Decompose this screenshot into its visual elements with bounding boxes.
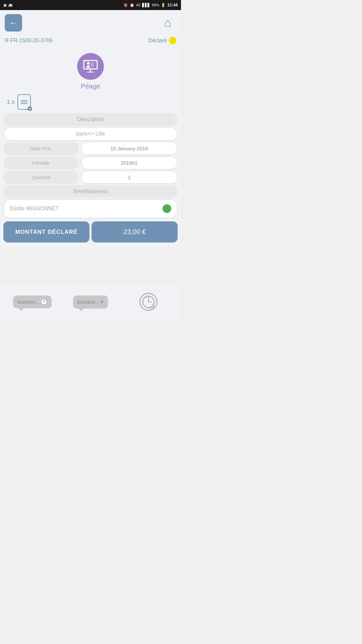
svg-rect-3: [86, 66, 90, 68]
date-pce-value: 10 January 2018: [110, 146, 148, 151]
beneficiaires-section-label: Bénéficiaire(s): [3, 185, 178, 198]
date-pce-label-box: Date Pce.: [3, 142, 79, 155]
quantity-row: 1 x ★: [3, 93, 178, 113]
quantite-row: Quantité 1: [3, 171, 178, 184]
clock-svg: [142, 295, 155, 309]
nav-blabla-existing[interactable]: Blablabla... 🕐: [12, 287, 53, 317]
receipt-line-3: [21, 103, 27, 104]
nav-history[interactable]: [128, 287, 169, 317]
plus-icon: +: [100, 298, 104, 306]
status-bar-left: ▣ 🚐: [3, 3, 122, 7]
beneficiaire-name: Elodie MIGNONNET: [10, 206, 59, 212]
receipt-badge-icon: ★: [29, 107, 31, 110]
speech-bubble-1: Blablabla... 🕐: [13, 296, 51, 308]
amount-label: MONTANT DÉCLARÉ: [15, 229, 78, 235]
category-name: Péage: [81, 83, 100, 90]
date-pce-label: Date Pce.: [30, 146, 52, 151]
clock-small-icon-1: 🕐: [40, 298, 48, 306]
periode-label: Période: [33, 160, 50, 166]
description-field[interactable]: paris<> Lille: [3, 127, 178, 141]
beneficiaire-status-dot: [163, 204, 171, 213]
periode-row: Période 201801: [3, 156, 178, 169]
quantite-value-box[interactable]: 1: [81, 171, 178, 184]
nav-blabla-new[interactable]: Blablabla... +: [70, 287, 111, 317]
description-value: paris<> Lille: [76, 131, 105, 137]
status-bar-right: 🔇 ⏰ 4G ▋▋▋ 88% 🔋 11:44: [123, 3, 178, 7]
svg-rect-8: [87, 72, 94, 73]
bottom-nav: Blablabla... 🕐 Blablabla... +: [0, 285, 181, 322]
svg-rect-4: [90, 63, 95, 63]
declared-label: Déclaré: [148, 38, 167, 44]
svg-rect-5: [90, 64, 94, 65]
periode-value-box[interactable]: 201801: [81, 156, 178, 169]
receipt-badge: ★: [27, 106, 32, 111]
description-section-label: Description: [3, 113, 178, 126]
declared-row: Déclaré: [148, 37, 176, 44]
quantite-value: 1: [128, 174, 130, 180]
amount-value: 23,00 €: [123, 228, 146, 236]
main-content: Péage 1 x ★ Description paris<> Lille Da…: [0, 48, 181, 251]
signal-icon: ▋▋▋: [142, 3, 150, 7]
date-pce-value-box[interactable]: 10 January 2018: [81, 142, 178, 155]
party-icon: 🚐: [8, 3, 13, 7]
periode-label-box: Période: [3, 156, 79, 169]
svg-rect-6: [90, 66, 95, 66]
alarm-icon: ⏰: [130, 3, 134, 7]
beneficiaire-row[interactable]: Elodie MIGNONNET: [3, 199, 178, 218]
category-section: Péage: [3, 48, 178, 93]
toolbar: ← ⌂: [0, 10, 181, 36]
quantite-label-box: Quantité: [3, 171, 79, 184]
status-bar: ▣ 🚐 🔇 ⏰ 4G ▋▋▋ 88% 🔋 11:44: [0, 0, 181, 10]
network-icon: 4G: [136, 3, 140, 7]
amount-value-button[interactable]: 23,00 €: [92, 221, 178, 243]
reference-row: R-FR-1500-20-3766 Déclaré: [0, 36, 181, 48]
mute-icon: 🔇: [123, 3, 128, 7]
nav-blabla2-label: Blablabla...: [77, 300, 99, 305]
quantite-label: Quantité: [32, 174, 51, 180]
amount-label-button[interactable]: MONTANT DÉCLARÉ: [3, 221, 89, 243]
receipt-line-1: [21, 100, 27, 101]
receipt-icon: ★: [17, 94, 31, 110]
battery-icon: 🔋: [161, 3, 166, 7]
media-icon: ▣: [3, 3, 7, 7]
svg-rect-1: [84, 61, 97, 68]
svg-point-2: [87, 62, 89, 65]
reference-text: R-FR-1500-20-3766: [5, 38, 53, 44]
back-button[interactable]: ←: [5, 14, 22, 32]
svg-point-9: [143, 296, 154, 308]
status-time: 11:44: [167, 3, 178, 7]
category-icon: [82, 58, 99, 75]
svg-rect-7: [90, 69, 91, 72]
receipt-line-2: [21, 102, 27, 102]
periode-value: 201801: [121, 160, 137, 166]
quantity-label: 1 x: [7, 99, 15, 106]
home-icon: ⌂: [164, 17, 171, 29]
history-clock-icon: [139, 293, 158, 311]
back-arrow-icon: ←: [9, 18, 18, 27]
nav-blabla1-label: Blablabla...: [17, 300, 39, 305]
category-avatar: [77, 53, 104, 80]
status-yellow-dot: [169, 37, 176, 44]
home-button[interactable]: ⌂: [159, 14, 176, 32]
amount-row: MONTANT DÉCLARÉ 23,00 €: [3, 221, 178, 243]
date-pce-row: Date Pce. 10 January 2018: [3, 142, 178, 155]
battery-label: 88%: [152, 3, 159, 7]
speech-bubble-2: Blablabla... +: [73, 296, 108, 309]
